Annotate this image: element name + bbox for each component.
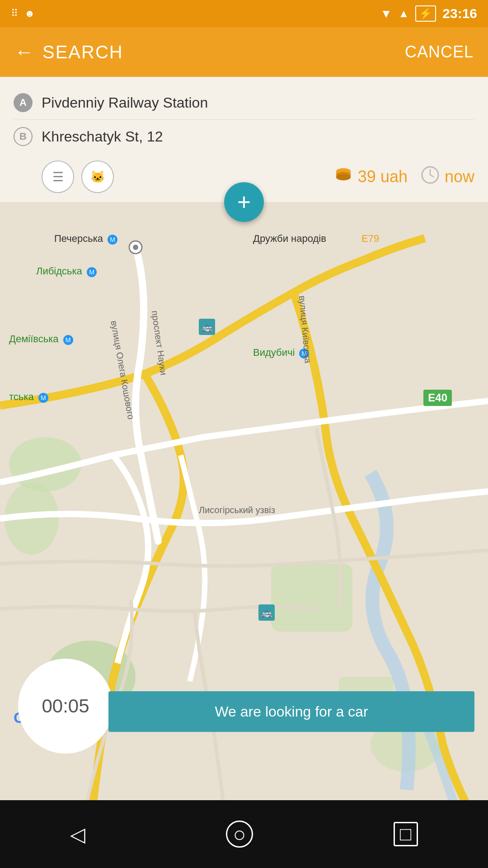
time-label: now xyxy=(445,167,474,186)
looking-text: We are looking for a car xyxy=(215,703,368,720)
fare-amount: 39 uah xyxy=(358,167,408,186)
clock-icon xyxy=(421,166,439,188)
app-bar-left: ← SEARCH xyxy=(14,41,123,63)
route-type-button[interactable]: ☰ xyxy=(42,160,74,193)
status-right: ▼ ▲ ⚡ 23:16 xyxy=(380,5,477,22)
nav-back-button[interactable]: ◁ xyxy=(70,823,85,846)
bus-stop-2: 🚌 xyxy=(258,604,275,621)
time-group[interactable]: now xyxy=(421,166,474,188)
nav-recent-button[interactable]: □ xyxy=(394,822,418,846)
plus-icon: + xyxy=(237,189,251,216)
route-panel: A Pivdenniy Railway Station B Khreschaty… xyxy=(0,77,488,202)
timer-circle: 00:05 xyxy=(18,659,113,754)
fare-icon xyxy=(334,167,352,187)
timer-container: 00:05 xyxy=(18,659,113,754)
fare-group: 39 uah xyxy=(334,167,408,187)
svg-point-4 xyxy=(336,174,351,180)
driver-pref-button[interactable]: 🐱 xyxy=(81,160,114,193)
app-icon-2: ☻ xyxy=(24,8,35,19)
route-destination-text: Khreschatyk St, 12 xyxy=(42,128,163,145)
app-title: SEARCH xyxy=(42,42,123,62)
back-button[interactable]: ← xyxy=(14,41,33,63)
bus-stop-1: 🚌 xyxy=(199,319,215,335)
route-row-a[interactable]: A Pivdenniy Railway Station xyxy=(14,86,474,119)
battery-icon: ⚡ xyxy=(415,5,436,22)
map-background: Печерська М Дружби народів Е79 Либідська… xyxy=(0,202,488,826)
map-label-lybidska: Либідська М xyxy=(36,265,97,277)
fab-container: + xyxy=(224,182,264,222)
map-label-vydubychi: Видубичі М xyxy=(253,347,309,359)
map-label-e79: Е79 xyxy=(361,233,379,245)
looking-banner: We are looking for a car xyxy=(108,691,474,732)
map-label-tsska: тська М xyxy=(9,391,48,403)
map-label-pecherska: Печерська М xyxy=(54,233,117,245)
signal-icon: ▲ xyxy=(399,7,409,20)
cancel-button[interactable]: CANCEL xyxy=(405,42,474,61)
nav-home-button[interactable]: ○ xyxy=(226,821,253,848)
app-icon-1: ⠿ xyxy=(11,8,18,19)
map-label-lysohirska: Лисогірський узвіз xyxy=(199,505,275,515)
svg-line-7 xyxy=(430,175,434,177)
status-time: 23:16 xyxy=(442,6,477,21)
map-container: Печерська М Дружби народів Е79 Либідська… xyxy=(0,202,488,826)
map-label-demiivska: Деміївська М xyxy=(9,333,73,345)
nav-bar: ◁ ○ □ xyxy=(0,800,488,868)
wifi-icon: ▼ xyxy=(380,7,392,21)
route-badge-a: A xyxy=(14,93,33,112)
route-list-icon: ☰ xyxy=(52,170,64,184)
timer-value: 00:05 xyxy=(42,695,89,717)
route-badge-b: B xyxy=(14,127,33,146)
status-left: ⠿ ☻ xyxy=(11,8,35,19)
option-icons: ☰ 🐱 xyxy=(42,160,114,193)
e40-sign: E40 xyxy=(423,390,452,406)
status-bar: ⠿ ☻ ▼ ▲ ⚡ 23:16 xyxy=(0,0,488,27)
route-origin-text: Pivdenniy Railway Station xyxy=(42,94,208,111)
map-label-druzhby: Дружби народів xyxy=(253,233,326,245)
add-fab-button[interactable]: + xyxy=(224,182,264,222)
app-bar: ← SEARCH CANCEL xyxy=(0,27,488,77)
svg-point-16 xyxy=(133,245,138,250)
route-row-b[interactable]: B Khreschatyk St, 12 xyxy=(14,119,474,153)
cat-icon: 🐱 xyxy=(90,170,105,184)
